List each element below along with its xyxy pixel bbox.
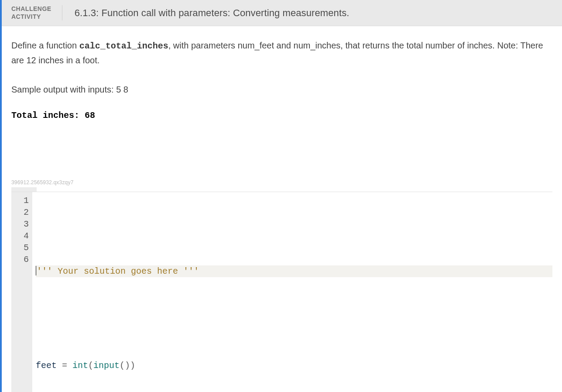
watermark-bar (11, 187, 37, 192)
activity-type-line2: ACTIVITY (11, 13, 41, 20)
code-token-ident: feet (36, 361, 57, 371)
activity-header: CHALLENGE ACTIVITY 6.1.3: Function call … (2, 0, 562, 26)
code-token-paren: ()) (120, 361, 135, 371)
code-token-builtin: int (72, 361, 88, 371)
code-area[interactable]: ''' Your solution goes here ''' feet = i… (32, 192, 552, 392)
sample-output-value: Total inches: 68 (11, 108, 550, 123)
prompt-function-name: calc_total_inches (79, 41, 168, 51)
code-token-op: = (57, 361, 72, 371)
activity-type-label: CHALLENGE ACTIVITY (11, 5, 62, 21)
code-line[interactable]: feet = int(input()) (36, 360, 552, 371)
activity-type-line1: CHALLENGE (11, 5, 51, 12)
line-number: 3 (17, 218, 29, 230)
line-number: 4 (17, 230, 29, 242)
line-number: 5 (17, 242, 29, 254)
code-line[interactable] (36, 218, 552, 230)
line-number: 1 (17, 195, 29, 206)
sample-output-label: Sample output with inputs: 5 8 (11, 83, 550, 97)
activity-title: 6.1.3: Function call with parameters: Co… (75, 7, 350, 19)
activity-prompt: Define a function calc_total_inches, wit… (2, 26, 562, 123)
code-token-string: ''' Your solution goes here ''' (37, 266, 199, 276)
code-line-active[interactable]: ''' Your solution goes here ''' (36, 265, 552, 277)
line-number-gutter: 1 2 3 4 5 6 (11, 192, 32, 392)
code-token-paren: ( (88, 361, 93, 371)
code-editor[interactable]: 1 2 3 4 5 6 ''' Your solution goes here … (11, 192, 552, 392)
line-number: 6 (17, 254, 29, 265)
prompt-text-pre: Define a function (11, 41, 79, 50)
content-id-watermark: 396912.2565932.qx3zqy7 (11, 179, 562, 186)
code-token-builtin: input (93, 361, 120, 371)
text-cursor (36, 266, 36, 275)
code-line[interactable] (36, 313, 552, 324)
line-number: 2 (17, 206, 29, 218)
challenge-activity-panel: CHALLENGE ACTIVITY 6.1.3: Function call … (0, 0, 562, 392)
